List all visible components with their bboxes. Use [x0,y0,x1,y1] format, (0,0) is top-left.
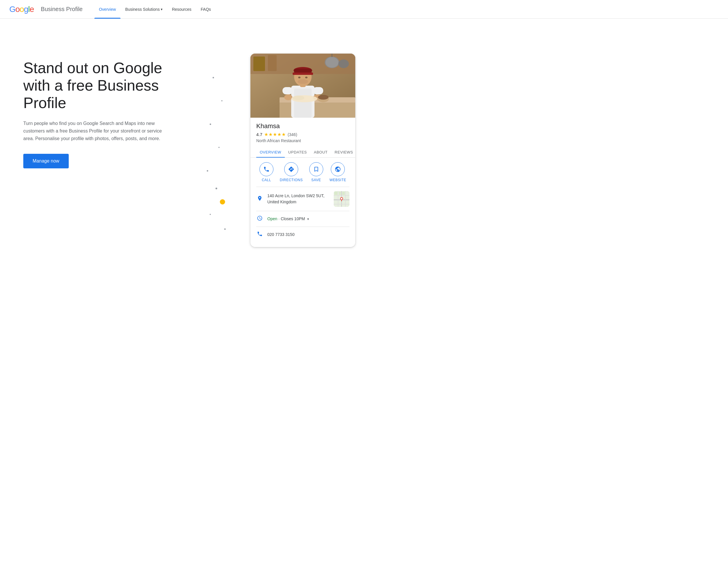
svg-point-26 [293,96,304,100]
hero-title: Stand out on Google with a free Business… [23,59,186,112]
clock-icon [256,215,263,223]
location-icon [256,195,263,203]
business-info: Khamsa 4.7 ★★★★★ (346) North African Res… [250,118,355,247]
directions-icon [284,162,298,176]
logo-o1: o [15,5,20,14]
business-card: Khamsa 4.7 ★★★★★ (346) North African Res… [250,54,355,247]
svg-point-22 [298,77,301,78]
svg-point-15 [284,94,292,100]
business-photo [250,54,355,118]
website-label: WEBSITE [330,178,347,182]
nav-link-overview[interactable]: Overview [94,0,121,19]
dot-6 [215,188,217,189]
svg-rect-38 [342,192,345,195]
business-category: North African Restaurant [256,138,349,143]
left-panel: Stand out on Google with a free Business… [23,42,186,168]
dot-1 [213,77,214,78]
manage-now-button[interactable]: Manage now [23,154,69,168]
dot-2 [221,100,222,101]
svg-point-6 [326,57,338,68]
logo-o2: o [20,5,24,14]
logo-g2: g [24,5,28,14]
nav-links: Overview Business Solutions ▾ Resources … [94,0,216,19]
svg-rect-12 [294,89,312,118]
stars-icon: ★★★★★ [264,132,286,137]
svg-rect-21 [293,73,313,75]
rating-row: 4.7 ★★★★★ (346) [256,132,349,137]
address-text: 140 Acre Ln, London SW2 5UT, United King… [267,193,330,205]
action-buttons: CALL DIRECTIONS [256,158,349,187]
svg-point-24 [298,79,308,84]
nav-title: Business Profile [41,6,82,13]
svg-point-28 [318,95,328,100]
rating-number: 4.7 [256,132,262,137]
hours-chevron-icon: ▾ [307,217,309,221]
map-preview [334,191,349,207]
call-label: CALL [262,178,271,182]
tab-reviews[interactable]: REVIEWS [331,147,355,157]
nav-link-faqs[interactable]: FAQs [196,0,215,19]
phone-icon [256,231,263,238]
svg-rect-13 [282,87,293,94]
right-panel: Khamsa 4.7 ★★★★★ (346) North African Res… [250,54,355,247]
dot-7 [210,214,211,215]
dot-3 [210,124,211,125]
business-tabs: OVERVIEW UPDATES ABOUT REVIEWS PHOTO [250,147,355,158]
map-thumbnail[interactable] [334,191,349,207]
svg-rect-10 [280,103,355,118]
svg-rect-36 [334,192,338,195]
svg-point-23 [305,77,308,78]
address-row: 140 Acre Ln, London SW2 5UT, United King… [256,187,349,211]
dot-4 [218,147,220,148]
rating-count: (346) [288,132,297,137]
call-icon [259,162,273,176]
logo-e: e [30,5,34,14]
svg-rect-14 [313,87,323,94]
website-button[interactable]: WEBSITE [330,162,347,182]
dot-yellow [220,199,225,204]
business-name: Khamsa [256,122,349,130]
svg-rect-4 [268,55,277,71]
chef-illustration [250,54,355,118]
logo-g: G [9,5,15,14]
nav-link-business-solutions[interactable]: Business Solutions ▾ [121,0,167,19]
directions-button[interactable]: DIRECTIONS [280,162,303,182]
google-logo: Google [9,5,34,14]
save-icon [309,162,323,176]
hero-subtitle: Turn people who find you on Google Searc… [23,120,163,142]
dot-8 [224,228,226,230]
save-button[interactable]: SAVE [309,162,323,182]
svg-point-40 [341,198,342,200]
tab-updates[interactable]: UPDATES [285,147,310,157]
main-content: Stand out on Google with a free Business… [0,19,728,568]
phone-text: 020 7733 3150 [267,232,349,238]
directions-label: DIRECTIONS [280,178,303,182]
chevron-down-icon: ▾ [161,7,162,11]
tab-overview[interactable]: OVERVIEW [256,147,285,157]
tab-about[interactable]: ABOUT [310,147,331,157]
nav-link-resources[interactable]: Resources [167,0,196,19]
hours-row[interactable]: Open · Closes 10PM ▾ [256,211,349,227]
hours-text: Open · Closes 10PM ▾ [267,216,349,222]
svg-rect-37 [339,192,341,195]
phone-row: 020 7733 3150 [256,227,349,242]
call-button[interactable]: CALL [259,162,273,182]
dot-5 [207,170,208,172]
svg-rect-3 [253,57,265,71]
website-icon [331,162,345,176]
navbar: Google Business Profile Overview Busines… [0,0,728,19]
save-label: SAVE [311,178,321,182]
svg-point-8 [338,59,349,68]
